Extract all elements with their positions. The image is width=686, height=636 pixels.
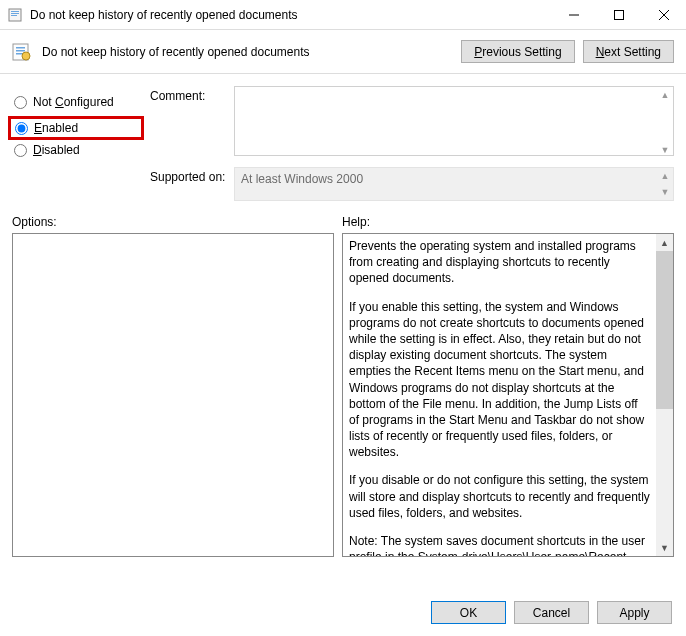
- help-paragraph: Prevents the operating system and instal…: [349, 238, 650, 287]
- panels: Prevents the operating system and instal…: [0, 233, 686, 557]
- svg-rect-2: [11, 13, 19, 14]
- options-panel: [12, 233, 334, 557]
- scroll-down-icon: ▼: [657, 142, 673, 158]
- policy-icon: [8, 7, 24, 23]
- policy-icon: [12, 42, 32, 62]
- supported-scrollbar: ▲ ▼: [657, 168, 673, 200]
- svg-point-12: [22, 52, 30, 60]
- help-scrollbar[interactable]: ▲ ▼: [656, 234, 673, 556]
- scroll-down-icon: ▼: [657, 184, 673, 200]
- supported-label: Supported on:: [150, 167, 228, 184]
- help-text: Prevents the operating system and instal…: [343, 234, 656, 556]
- dialog-buttons: OK Cancel Apply: [431, 601, 672, 624]
- help-panel: Prevents the operating system and instal…: [342, 233, 674, 557]
- svg-rect-1: [11, 11, 19, 12]
- close-button[interactable]: [641, 0, 686, 29]
- previous-setting-button[interactable]: Previous Setting: [461, 40, 574, 63]
- help-paragraph: If you enable this setting, the system a…: [349, 299, 650, 461]
- radio-disabled[interactable]: Disabled: [12, 138, 140, 162]
- scroll-up-icon: ▲: [657, 87, 673, 103]
- radio-not-configured-label: Not Configured: [33, 95, 114, 109]
- window-title: Do not keep history of recently opened d…: [30, 8, 551, 22]
- help-paragraph: If you disable or do not configure this …: [349, 472, 650, 521]
- scroll-down-icon: ▼: [656, 539, 673, 556]
- svg-rect-10: [16, 50, 25, 52]
- apply-button[interactable]: Apply: [597, 601, 672, 624]
- titlebar: Do not keep history of recently opened d…: [0, 0, 686, 30]
- cancel-button[interactable]: Cancel: [514, 601, 589, 624]
- help-label: Help:: [342, 215, 674, 229]
- help-paragraph: Note: The system saves document shortcut…: [349, 533, 650, 556]
- section-labels: Options: Help:: [0, 205, 686, 233]
- minimize-button[interactable]: [551, 0, 596, 29]
- radio-enabled[interactable]: Enabled: [8, 116, 144, 140]
- supported-row: Supported on: At least Windows 2000 ▲ ▼: [150, 167, 674, 201]
- state-radios: Not Configured Enabled Disabled: [12, 86, 140, 201]
- radio-enabled-label: Enabled: [34, 121, 78, 135]
- svg-rect-5: [614, 10, 623, 19]
- options-label: Options:: [12, 215, 342, 229]
- supported-on-value: At least Windows 2000: [234, 167, 674, 201]
- radio-not-configured[interactable]: Not Configured: [12, 90, 140, 114]
- minimize-icon: [569, 10, 579, 20]
- comment-row: Comment: ▲ ▼: [150, 86, 674, 159]
- comment-scrollbar[interactable]: ▲ ▼: [657, 87, 673, 158]
- next-setting-button[interactable]: Next Setting: [583, 40, 674, 63]
- radio-disabled-input[interactable]: [14, 144, 27, 157]
- scroll-up-icon: ▲: [657, 168, 673, 184]
- svg-rect-3: [11, 15, 17, 16]
- maximize-icon: [614, 10, 624, 20]
- subheader: Do not keep history of recently opened d…: [0, 30, 686, 74]
- radio-enabled-input[interactable]: [15, 122, 28, 135]
- svg-rect-9: [16, 47, 25, 49]
- ok-button[interactable]: OK: [431, 601, 506, 624]
- comment-textarea[interactable]: [234, 86, 674, 156]
- fields-column: Comment: ▲ ▼ Supported on: At least Wind…: [150, 86, 674, 201]
- scroll-thumb[interactable]: [656, 251, 673, 409]
- scroll-up-icon: ▲: [656, 234, 673, 251]
- radio-not-configured-input[interactable]: [14, 96, 27, 109]
- upper-section: Not Configured Enabled Disabled Comment:…: [0, 74, 686, 205]
- maximize-button[interactable]: [596, 0, 641, 29]
- policy-title: Do not keep history of recently opened d…: [42, 45, 453, 59]
- close-icon: [659, 10, 669, 20]
- scroll-track[interactable]: [656, 251, 673, 539]
- window-controls: [551, 0, 686, 29]
- radio-disabled-label: Disabled: [33, 143, 80, 157]
- comment-label: Comment:: [150, 86, 228, 103]
